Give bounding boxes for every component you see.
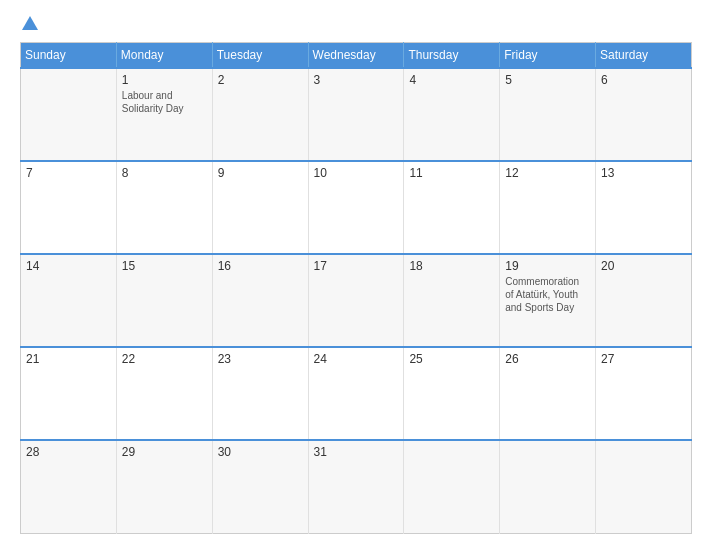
calendar-cell: 7 xyxy=(21,161,117,254)
day-number: 5 xyxy=(505,73,590,87)
weekday-header: Friday xyxy=(500,43,596,69)
day-number: 4 xyxy=(409,73,494,87)
calendar-cell: 11 xyxy=(404,161,500,254)
calendar-cell: 14 xyxy=(21,254,117,347)
calendar-week-row: 21222324252627 xyxy=(21,347,692,440)
weekday-header: Thursday xyxy=(404,43,500,69)
day-number: 31 xyxy=(314,445,399,459)
calendar-cell: 6 xyxy=(596,68,692,161)
day-number: 23 xyxy=(218,352,303,366)
calendar-cell: 9 xyxy=(212,161,308,254)
calendar-cell: 23 xyxy=(212,347,308,440)
calendar-cell xyxy=(596,440,692,533)
calendar-week-row: 141516171819Commemoration of Atatürk, Yo… xyxy=(21,254,692,347)
day-number: 19 xyxy=(505,259,590,273)
page: SundayMondayTuesdayWednesdayThursdayFrid… xyxy=(0,0,712,550)
calendar-cell xyxy=(404,440,500,533)
calendar-cell: 19Commemoration of Atatürk, Youth and Sp… xyxy=(500,254,596,347)
weekday-header: Saturday xyxy=(596,43,692,69)
day-number: 14 xyxy=(26,259,111,273)
calendar-cell: 29 xyxy=(116,440,212,533)
calendar-cell xyxy=(21,68,117,161)
day-number: 25 xyxy=(409,352,494,366)
day-number: 27 xyxy=(601,352,686,366)
calendar-cell: 30 xyxy=(212,440,308,533)
weekday-header: Tuesday xyxy=(212,43,308,69)
day-number: 26 xyxy=(505,352,590,366)
calendar-cell: 10 xyxy=(308,161,404,254)
day-number: 8 xyxy=(122,166,207,180)
weekday-header-row: SundayMondayTuesdayWednesdayThursdayFrid… xyxy=(21,43,692,69)
day-number: 6 xyxy=(601,73,686,87)
weekday-header: Sunday xyxy=(21,43,117,69)
calendar-cell: 16 xyxy=(212,254,308,347)
day-number: 18 xyxy=(409,259,494,273)
calendar-week-row: 1Labour and Solidarity Day23456 xyxy=(21,68,692,161)
calendar-cell: 25 xyxy=(404,347,500,440)
calendar-cell: 18 xyxy=(404,254,500,347)
calendar-cell: 24 xyxy=(308,347,404,440)
calendar-cell xyxy=(500,440,596,533)
calendar-cell: 20 xyxy=(596,254,692,347)
weekday-header: Monday xyxy=(116,43,212,69)
calendar-week-row: 28293031 xyxy=(21,440,692,533)
calendar-cell: 12 xyxy=(500,161,596,254)
header xyxy=(20,16,692,32)
weekday-header: Wednesday xyxy=(308,43,404,69)
day-number: 15 xyxy=(122,259,207,273)
day-number: 7 xyxy=(26,166,111,180)
calendar-cell: 27 xyxy=(596,347,692,440)
calendar-cell: 28 xyxy=(21,440,117,533)
day-number: 17 xyxy=(314,259,399,273)
day-number: 3 xyxy=(314,73,399,87)
calendar-cell: 13 xyxy=(596,161,692,254)
day-number: 24 xyxy=(314,352,399,366)
calendar-cell: 2 xyxy=(212,68,308,161)
calendar-cell: 5 xyxy=(500,68,596,161)
calendar-cell: 21 xyxy=(21,347,117,440)
day-number: 13 xyxy=(601,166,686,180)
day-number: 2 xyxy=(218,73,303,87)
day-number: 29 xyxy=(122,445,207,459)
day-number: 9 xyxy=(218,166,303,180)
day-number: 11 xyxy=(409,166,494,180)
logo xyxy=(20,16,38,32)
day-number: 30 xyxy=(218,445,303,459)
day-number: 12 xyxy=(505,166,590,180)
calendar-cell: 17 xyxy=(308,254,404,347)
day-number: 10 xyxy=(314,166,399,180)
calendar-cell: 3 xyxy=(308,68,404,161)
day-number: 21 xyxy=(26,352,111,366)
day-number: 20 xyxy=(601,259,686,273)
calendar-cell: 26 xyxy=(500,347,596,440)
calendar-cell: 31 xyxy=(308,440,404,533)
day-number: 1 xyxy=(122,73,207,87)
calendar-cell: 1Labour and Solidarity Day xyxy=(116,68,212,161)
day-number: 28 xyxy=(26,445,111,459)
day-number: 22 xyxy=(122,352,207,366)
calendar-cell: 4 xyxy=(404,68,500,161)
day-number: 16 xyxy=(218,259,303,273)
calendar-table: SundayMondayTuesdayWednesdayThursdayFrid… xyxy=(20,42,692,534)
calendar-week-row: 78910111213 xyxy=(21,161,692,254)
logo-triangle-icon xyxy=(22,16,38,30)
calendar-cell: 8 xyxy=(116,161,212,254)
calendar-cell: 15 xyxy=(116,254,212,347)
holiday-label: Labour and Solidarity Day xyxy=(122,89,207,115)
calendar-cell: 22 xyxy=(116,347,212,440)
holiday-label: Commemoration of Atatürk, Youth and Spor… xyxy=(505,275,590,314)
